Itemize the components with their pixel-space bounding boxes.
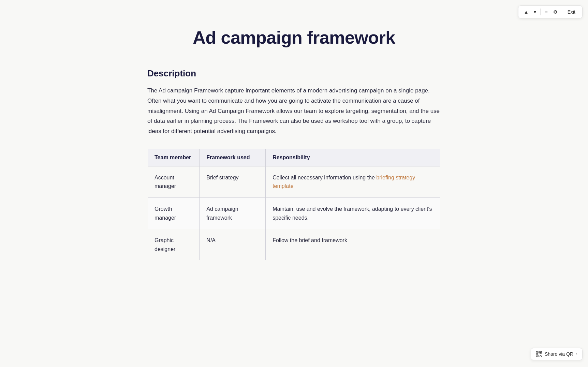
share-via-qr-button[interactable]: Share via QR › bbox=[531, 348, 583, 360]
team-table: Team member Framework used Responsibilit… bbox=[147, 149, 441, 261]
team-member-cell: Graphic designer bbox=[148, 229, 200, 261]
responsibility-cell: Collect all necessary information using … bbox=[266, 166, 441, 197]
settings-button[interactable]: ⚙ bbox=[551, 8, 560, 16]
svg-rect-9 bbox=[541, 356, 542, 357]
responsibility-cell: Maintain, use and evolve the framework, … bbox=[266, 197, 441, 229]
share-arrow-icon: › bbox=[576, 352, 577, 356]
svg-rect-7 bbox=[541, 355, 542, 355]
toolbar-divider bbox=[540, 9, 541, 15]
description-body: The Ad campaign Framework capture import… bbox=[147, 86, 441, 136]
svg-rect-5 bbox=[537, 355, 538, 356]
down-arrow-icon: ▾ bbox=[534, 9, 536, 15]
table-row: Graphic designer N/A Follow the brief an… bbox=[148, 229, 441, 261]
description-heading: Description bbox=[147, 68, 441, 79]
prev-button[interactable]: ▲ bbox=[522, 8, 531, 16]
list-view-button[interactable]: ≡ bbox=[543, 8, 549, 16]
table-row: Growth manager Ad campaign framework Mai… bbox=[148, 197, 441, 229]
framework-cell: Brief strategy bbox=[200, 166, 266, 197]
responsibility-text-before: Collect all necessary information using … bbox=[273, 175, 376, 180]
svg-rect-6 bbox=[540, 355, 540, 355]
svg-rect-3 bbox=[540, 352, 541, 353]
col-header-responsibility: Responsibility bbox=[266, 149, 441, 166]
gear-icon: ⚙ bbox=[553, 9, 558, 15]
framework-cell: Ad campaign framework bbox=[200, 197, 266, 229]
col-header-team-member: Team member bbox=[148, 149, 200, 166]
svg-rect-10 bbox=[540, 355, 541, 356]
list-icon: ≡ bbox=[545, 9, 547, 15]
next-button[interactable]: ▾ bbox=[532, 8, 538, 16]
col-header-framework: Framework used bbox=[200, 149, 266, 166]
toolbar: ▲ ▾ ≡ ⚙ Exit bbox=[518, 5, 583, 18]
main-content: Ad campaign framework Description The Ad… bbox=[134, 0, 454, 288]
exit-button[interactable]: Exit bbox=[564, 8, 579, 16]
qr-icon bbox=[536, 351, 542, 357]
table-row: Account manager Brief strategy Collect a… bbox=[148, 166, 441, 197]
responsibility-cell: Follow the brief and framework bbox=[266, 229, 441, 261]
team-member-cell: Account manager bbox=[148, 166, 200, 197]
svg-rect-1 bbox=[537, 352, 538, 353]
up-arrow-icon: ▲ bbox=[524, 9, 529, 15]
toolbar-divider-2 bbox=[562, 9, 562, 15]
svg-rect-8 bbox=[540, 356, 540, 357]
framework-cell: N/A bbox=[200, 229, 266, 261]
page-title: Ad campaign framework bbox=[147, 27, 441, 48]
team-member-cell: Growth manager bbox=[148, 197, 200, 229]
share-label: Share via QR bbox=[545, 351, 573, 357]
